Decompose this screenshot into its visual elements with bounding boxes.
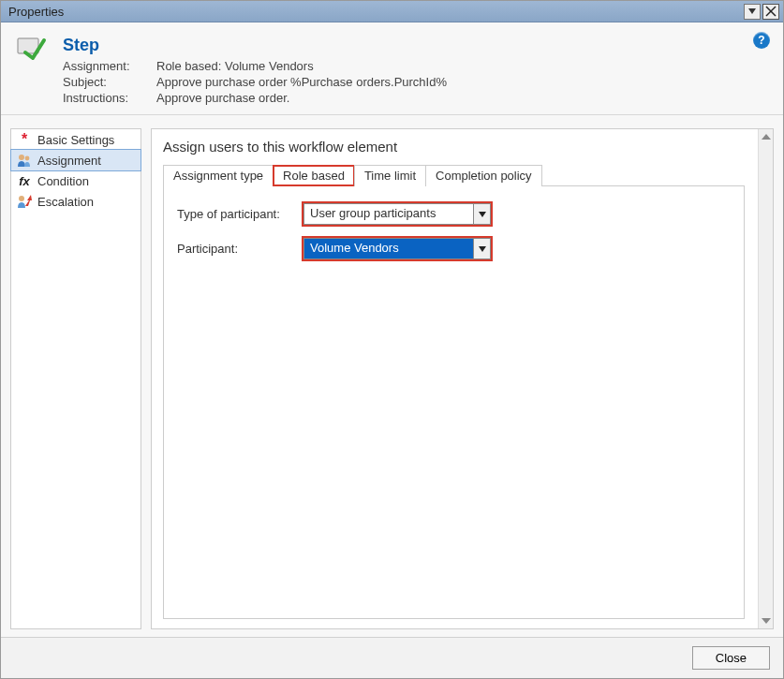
chevron-down-icon — [473, 239, 490, 258]
help-button[interactable]: ? — [753, 32, 770, 49]
tab-label: Assignment type — [173, 169, 263, 183]
users-icon — [17, 153, 32, 168]
step-icon — [16, 36, 50, 62]
label-assignment: Assignment: — [63, 59, 156, 73]
label-type-of-participant: Type of participant: — [177, 207, 303, 221]
footer: Close — [1, 637, 783, 678]
value-instructions: Approve purchase order. — [156, 91, 289, 105]
header: ? Step Assignment: Role based: Volume Ve… — [1, 22, 783, 115]
step-title: Step — [63, 36, 447, 55]
header-details: Step Assignment: Role based: Volume Vend… — [63, 36, 447, 105]
svg-marker-8 — [762, 618, 771, 624]
scroll-down-icon — [759, 613, 773, 628]
tab-label: Completion policy — [436, 169, 532, 183]
scrollbar[interactable] — [758, 129, 773, 628]
svg-marker-9 — [479, 212, 486, 217]
svg-marker-10 — [479, 246, 486, 252]
tab-panel-role-based: Type of participant: User group particip… — [163, 186, 745, 619]
close-button[interactable]: Close — [692, 646, 770, 670]
sidebar: * Basic Settings Assignment fx Condition — [10, 128, 141, 629]
label-instructions: Instructions: — [63, 91, 156, 105]
combo-value: User group participants — [304, 204, 473, 224]
svg-point-5 — [25, 156, 30, 161]
close-button-label: Close — [716, 651, 747, 665]
tab-assignment-type[interactable]: Assignment type — [163, 165, 274, 186]
asterisk-icon: * — [17, 132, 32, 147]
label-participant: Participant: — [177, 242, 303, 256]
sidebar-item-basic-settings[interactable]: * Basic Settings — [11, 129, 141, 150]
label-subject: Subject: — [63, 75, 156, 89]
properties-window: Properties ? Step — [0, 0, 784, 679]
svg-point-4 — [19, 155, 24, 160]
tab-label: Role based — [283, 169, 345, 183]
combo-value: Volume Vendors — [304, 239, 473, 258]
tab-time-limit[interactable]: Time limit — [354, 165, 426, 186]
tabstrip: Assignment type Role based Time limit Co… — [163, 164, 745, 186]
svg-marker-7 — [762, 134, 771, 140]
main-panel: Assign users to this workflow element As… — [151, 128, 774, 629]
sidebar-item-label: Escalation — [37, 195, 94, 209]
chevron-down-icon — [473, 204, 490, 224]
sidebar-item-label: Condition — [37, 174, 89, 188]
tab-role-based[interactable]: Role based — [273, 165, 355, 186]
fx-icon: fx — [17, 173, 32, 188]
window-title: Properties — [5, 5, 742, 19]
tab-completion-policy[interactable]: Completion policy — [425, 165, 542, 186]
body: * Basic Settings Assignment fx Condition — [1, 115, 783, 637]
content: ? Step Assignment: Role based: Volume Ve… — [1, 22, 783, 678]
header-row-instructions: Instructions: Approve purchase order. — [63, 91, 447, 105]
value-subject: Approve purchase order %Purchase orders.… — [156, 75, 447, 89]
sidebar-item-label: Basic Settings — [37, 133, 114, 147]
sidebar-item-assignment[interactable]: Assignment — [10, 149, 141, 171]
chevron-down-icon — [748, 8, 756, 14]
close-icon — [765, 6, 777, 17]
value-assignment: Role based: Volume Vendors — [156, 59, 314, 73]
combo-participant[interactable]: Volume Vendors — [303, 238, 491, 259]
row-participant: Participant: Volume Vendors — [177, 238, 731, 259]
svg-point-6 — [19, 196, 24, 201]
header-row-assignment: Assignment: Role based: Volume Vendors — [63, 59, 447, 73]
titlebar: Properties — [1, 1, 783, 22]
help-icon: ? — [758, 34, 764, 47]
sidebar-item-condition[interactable]: fx Condition — [11, 170, 141, 191]
window-dropdown-button[interactable] — [744, 4, 761, 20]
svg-marker-0 — [748, 8, 756, 14]
main-heading: Assign users to this workflow element — [163, 139, 745, 155]
header-row-subject: Subject: Approve purchase order %Purchas… — [63, 75, 447, 89]
combo-type-of-participant[interactable]: User group participants — [303, 203, 491, 225]
sidebar-item-escalation[interactable]: Escalation — [11, 191, 141, 212]
scroll-up-icon — [759, 129, 773, 144]
escalation-icon — [17, 194, 32, 209]
row-type-of-participant: Type of participant: User group particip… — [177, 203, 731, 225]
sidebar-item-label: Assignment — [37, 154, 101, 168]
tab-label: Time limit — [364, 169, 416, 183]
window-close-button[interactable] — [762, 4, 779, 20]
